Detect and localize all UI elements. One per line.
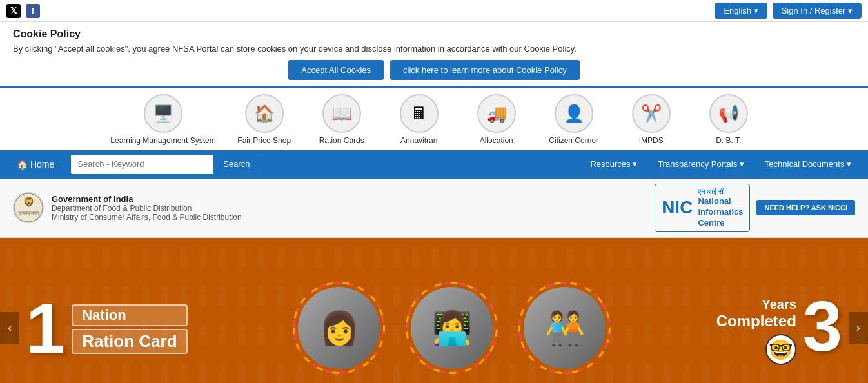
nic-logo: NIC एन आई सी National Informatics Centre [655, 184, 750, 232]
social-links: 𝕏 f [6, 4, 40, 18]
govt-line3: Ministry of Consumer Affairs, Food & Pub… [52, 213, 242, 222]
banner-circles: 👩 👩‍💻 🧑‍🤝‍🧑 [289, 278, 615, 378]
citizen-label: Citizen Corner [549, 136, 598, 146]
nation-label: Nation [82, 307, 126, 323]
circle-3: 🧑‍🤝‍🧑 [515, 278, 615, 378]
nav-icon-dbt[interactable]: 📢 D. B. T. [700, 94, 758, 146]
banner-right-number: 3 [803, 291, 842, 362]
cookie-banner: Cookie Policy By clicking "Accept all co… [0, 22, 868, 88]
ration-icon: 📖 [322, 94, 361, 133]
transparency-portals-button[interactable]: Transparency Portals ▾ [647, 153, 755, 175]
allocation-icon: 🚚 [477, 94, 516, 133]
dbt-label: D. B. T. [716, 136, 741, 146]
citizen-icon: 👤 [555, 94, 593, 133]
annavitran-icon: 🖩 [400, 94, 439, 133]
svg-text:सत्यमेव जयते: सत्यमेव जयते [17, 210, 40, 215]
main-nav-bar: 🏠 Home Search Resources ▾ Transparency P… [0, 150, 868, 179]
banner-right: Years Completed 🤓 3 [716, 291, 842, 365]
top-bar-right: English ▾ Sign In / Register ▾ [715, 3, 862, 19]
govt-bar: 🦁 सत्यमेव जयते Government of India Depar… [0, 179, 868, 238]
signin-button[interactable]: Sign In / Register ▾ [773, 3, 862, 19]
circle-3-photo: 🧑‍🤝‍🧑 [524, 287, 606, 369]
govt-line1: Government of India [52, 194, 242, 204]
nav-icon-allocation[interactable]: 🚚 Allocation [468, 94, 526, 146]
search-button[interactable]: Search [213, 155, 260, 174]
ration-label: Ration Cards [319, 136, 364, 146]
twitter-icon[interactable]: 𝕏 [6, 4, 21, 18]
nic-text: एन आई सी National Informatics Centre [698, 187, 743, 229]
nicci-button[interactable]: NEED HELP? ASK NICCI [756, 200, 855, 215]
carousel-next-button[interactable]: › [849, 312, 868, 344]
top-bar: 𝕏 f English ▾ Sign In / Register ▾ [0, 0, 868, 22]
dbt-icon: 📢 [709, 94, 748, 133]
years-label: Years [716, 297, 796, 312]
impds-label: IMPDS [639, 136, 664, 146]
language-button[interactable]: English ▾ [715, 3, 767, 19]
nav-icon-citizen[interactable]: 👤 Citizen Corner [545, 94, 603, 146]
govt-line2: Department of Food & Public Distribution [52, 204, 242, 213]
govt-text: Government of India Department of Food &… [52, 194, 242, 222]
facebook-icon[interactable]: f [26, 4, 40, 18]
nav-icon-annavitran[interactable]: 🖩 Annavitran [390, 94, 448, 146]
govt-left: 🦁 सत्यमेव जयते Government of India Depar… [13, 192, 242, 223]
nav-icons-bar: 🖥️ Learning Management System 🏠 Fair Pri… [0, 88, 868, 150]
fps-label: Fair Price Shop [237, 136, 291, 146]
learn-more-cookies-button[interactable]: click here to learn more about Cookie Po… [390, 60, 580, 80]
nav-icon-fps[interactable]: 🏠 Fair Price Shop [235, 94, 293, 146]
circle-2: 👩‍💻 [402, 278, 502, 378]
banner: 1 Nation Ration Card [0, 238, 868, 383]
fps-icon: 🏠 [245, 94, 284, 133]
svg-text:🦁: 🦁 [23, 197, 35, 208]
accept-cookies-button[interactable]: Accept All Cookies [288, 60, 384, 80]
circle-2-photo: 👩‍💻 [411, 287, 493, 369]
lms-icon: 🖥️ [144, 94, 182, 133]
lms-label: Learning Management System [110, 136, 215, 146]
ration-label: Ration Card [82, 331, 177, 351]
banner-left-number: 1 [26, 293, 65, 364]
carousel-prev-button[interactable]: ‹ [0, 312, 19, 344]
annavitran-label: Annavitran [400, 136, 437, 146]
allocation-label: Allocation [480, 136, 513, 146]
nav-icon-lms[interactable]: 🖥️ Learning Management System [110, 94, 215, 146]
completed-label: Completed [716, 312, 796, 330]
govt-emblem: 🦁 सत्यमेव जयते [13, 192, 44, 223]
cookie-buttons: Accept All Cookies click here to learn m… [13, 60, 855, 80]
resources-button[interactable]: Resources ▾ [580, 153, 647, 175]
home-button[interactable]: 🏠 Home [6, 153, 64, 176]
nav-right-links: Resources ▾ Transparency Portals ▾ Techn… [580, 153, 862, 175]
banner-left: 1 Nation Ration Card [26, 293, 188, 364]
nav-icon-ration[interactable]: 📖 Ration Cards [313, 94, 371, 146]
impds-icon: ✂️ [632, 94, 671, 133]
technical-documents-button[interactable]: Technical Documents ▾ [755, 153, 862, 175]
banner-content: 1 Nation Ration Card [0, 278, 868, 378]
search-wrapper: Search [71, 155, 260, 174]
search-input[interactable] [71, 155, 213, 174]
cookie-title: Cookie Policy [13, 28, 855, 40]
chat-bot-icon: 🤓 [765, 334, 796, 365]
nic-abbr: NIC [662, 199, 693, 217]
circle-1: 👩 [289, 278, 389, 378]
cookie-text: By clicking "Accept all cookies", you ag… [13, 44, 855, 54]
govt-right: NIC एन आई सी National Informatics Centre… [655, 184, 855, 232]
nav-icon-impds[interactable]: ✂️ IMPDS [622, 94, 680, 146]
